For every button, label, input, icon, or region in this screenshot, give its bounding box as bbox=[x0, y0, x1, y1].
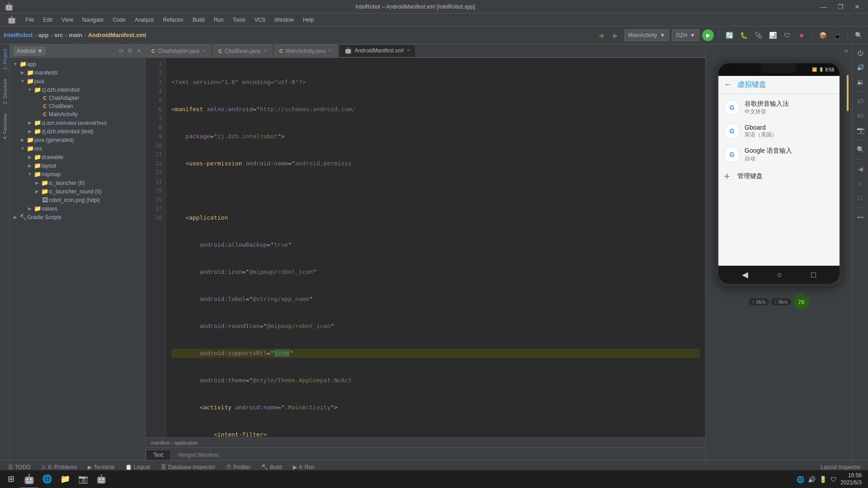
start-button[interactable]: ⊞ bbox=[2, 470, 20, 488]
project-settings-icon[interactable]: ⚙ bbox=[127, 47, 133, 54]
tab-close-androidmanifest[interactable]: ✕ bbox=[406, 48, 410, 53]
nav-home-icon[interactable]: ○ bbox=[777, 270, 782, 280]
keyboard-manage-item[interactable]: + 管理键盘 bbox=[718, 166, 840, 186]
menu-item-build[interactable]: Build bbox=[189, 16, 208, 24]
menu-item-vcs[interactable]: VCS bbox=[251, 16, 269, 24]
close-button[interactable]: ✕ bbox=[851, 3, 863, 10]
menu-item-help[interactable]: Help bbox=[299, 16, 318, 24]
tree-item-gradle[interactable]: ▶ 🔨 Gradle Scripts bbox=[10, 213, 145, 221]
tree-item-ic-launcher-round[interactable]: ▶ 📁 ic_launcher_round (6) bbox=[10, 187, 145, 196]
menu-item-view[interactable]: View bbox=[58, 16, 77, 24]
tree-item-robot-icon[interactable]: 🖼 robot_icon.png (hdpi) bbox=[10, 196, 145, 204]
breadcrumb-module[interactable]: app bbox=[38, 32, 49, 38]
tray-battery-icon[interactable]: 🔋 bbox=[819, 476, 827, 483]
tree-item-drawable[interactable]: ▶ 📁 drawable bbox=[10, 153, 145, 161]
tab-chatadapter[interactable]: C ChatAdapter.java ✕ bbox=[146, 44, 212, 57]
device-panel-close[interactable]: ✕ bbox=[844, 48, 849, 54]
tree-item-manifests[interactable]: ▶ 📁 manifests bbox=[10, 68, 145, 77]
tree-item-test[interactable]: ▶ 📁 zj.dzh.intelrobot (test) bbox=[10, 127, 145, 136]
tree-item-chatbean[interactable]: C ChatBean bbox=[10, 102, 145, 110]
tray-network-icon[interactable]: 🌐 bbox=[797, 476, 804, 483]
coverage-button[interactable]: 🛡 bbox=[781, 29, 793, 41]
menu-item-window[interactable]: Window bbox=[271, 16, 297, 24]
breadcrumb-project[interactable]: IntelRobot bbox=[4, 32, 33, 38]
device-volume-up-button[interactable]: 🔊 bbox=[854, 61, 867, 74]
maximize-button[interactable]: ❐ bbox=[834, 3, 847, 10]
breadcrumb-main[interactable]: main bbox=[69, 32, 82, 38]
breadcrumb-file[interactable]: AndroidManifest.xml bbox=[88, 32, 146, 38]
tree-item-java[interactable]: ▼ 📁 java bbox=[10, 77, 145, 85]
run-button[interactable]: ▶ bbox=[702, 29, 714, 41]
project-close-icon[interactable]: ✕ bbox=[137, 47, 142, 54]
nav-forward-button[interactable]: ▶ bbox=[610, 29, 622, 41]
keyboard-item-gboard[interactable]: G Gboard 英语（美国） bbox=[718, 119, 840, 143]
sdk-manager-button[interactable]: 📦 bbox=[817, 29, 829, 41]
menu-item-run[interactable]: Run bbox=[210, 16, 227, 24]
search-everywhere-button[interactable]: 🔍 bbox=[853, 29, 864, 41]
sidebar-tab-project[interactable]: 1: Project bbox=[0, 44, 9, 74]
code-content[interactable]: <?xml version="1.0" encoding="utf-8"?> <… bbox=[166, 58, 705, 437]
device-power-button[interactable]: ⏻ bbox=[854, 47, 867, 59]
stop-button[interactable]: ■ bbox=[796, 29, 807, 41]
device-back-hw-button[interactable]: ◀ bbox=[854, 163, 867, 175]
tab-chatbean[interactable]: C ChatBean.java ✕ bbox=[212, 44, 273, 57]
tree-item-java-generated[interactable]: ▶ 📁 java (generated) bbox=[10, 136, 145, 144]
nav-back-icon[interactable]: ◀ bbox=[742, 270, 748, 280]
nav-back-button[interactable]: ◀ bbox=[595, 29, 607, 41]
tree-item-mainactivity[interactable]: C MainActivity bbox=[10, 110, 145, 118]
tree-item-res[interactable]: ▼ 📁 res bbox=[10, 144, 145, 153]
tree-item-package[interactable]: ▼ 📁 zj.dzh.intelrobot bbox=[10, 85, 145, 94]
tree-item-layout[interactable]: ▶ 📁 layout bbox=[10, 161, 145, 170]
menu-item-edit[interactable]: Edit bbox=[39, 16, 56, 24]
tab-merged-manifest[interactable]: Merged Manifest bbox=[171, 450, 226, 460]
menu-item-navigate[interactable]: Navigate bbox=[79, 16, 107, 24]
keyboard-item-pinyin[interactable]: G 谷歌拼音输入法 中文拼音 bbox=[718, 96, 840, 119]
tree-item-ic-launcher[interactable]: ▶ 📁 ic_launcher (6) bbox=[10, 178, 145, 187]
sync-button[interactable]: 🔄 bbox=[723, 29, 735, 41]
avd-manager-button[interactable]: 📱 bbox=[831, 29, 843, 41]
tab-mainactivity[interactable]: C MainActivity.java ✕ bbox=[274, 44, 338, 57]
sidebar-tab-favorites[interactable]: 4: Favorites bbox=[0, 109, 9, 144]
taskbar-app-edge[interactable]: 🌐 bbox=[38, 470, 56, 488]
tree-item-app[interactable]: ▼ 📁 app bbox=[10, 60, 145, 68]
debug-button[interactable]: 🐛 bbox=[738, 29, 750, 41]
device-tag2-button[interactable]: 🏷 bbox=[854, 109, 867, 122]
menu-item-code[interactable]: Code bbox=[109, 16, 129, 24]
run-config-dropdown[interactable]: MainActivity ▼ bbox=[624, 29, 670, 41]
taskbar-app-camera[interactable]: 📷 bbox=[74, 470, 92, 488]
device-volume-down-button[interactable]: 🔉 bbox=[854, 75, 867, 88]
window-controls[interactable]: — ❐ ✕ bbox=[817, 3, 863, 10]
device-home-hw-button[interactable]: ○ bbox=[854, 177, 867, 190]
tree-item-values[interactable]: ▶ 📁 values bbox=[10, 204, 145, 213]
device-camera-button[interactable]: 📷 bbox=[854, 124, 867, 136]
device-square-hw-button[interactable]: □ bbox=[854, 192, 867, 204]
device-back-button[interactable]: ← bbox=[724, 80, 732, 89]
minimize-button[interactable]: — bbox=[817, 3, 830, 10]
taskbar-app-intellij[interactable]: 🤖 bbox=[20, 470, 38, 488]
tree-item-chatadapter[interactable]: C ChatAdapter bbox=[10, 94, 145, 102]
device-dropdown[interactable]: DZH ▼ bbox=[672, 29, 699, 41]
nav-recents-icon[interactable]: □ bbox=[811, 270, 816, 280]
menu-item-refactor[interactable]: Refactor bbox=[160, 16, 187, 24]
code-area[interactable]: 1 2 3 4 5 6 7 8 9 10 11 12 13 14 15 16 1… bbox=[146, 58, 705, 437]
tab-close-chatadapter[interactable]: ✕ bbox=[202, 48, 206, 53]
menu-item-analyze[interactable]: Analyze bbox=[131, 16, 158, 24]
device-tag-button[interactable]: 🏷 bbox=[854, 95, 867, 108]
project-sync-icon[interactable]: ⟳ bbox=[119, 47, 124, 54]
sidebar-tab-structure[interactable]: 2: Structure bbox=[0, 74, 9, 109]
profile-button[interactable]: 📊 bbox=[767, 29, 778, 41]
tree-item-mipmap[interactable]: ▼ 📁 mipmap bbox=[10, 170, 145, 178]
taskbar-app-explorer[interactable]: 📁 bbox=[56, 470, 74, 488]
device-more-button[interactable]: ••• bbox=[854, 211, 867, 224]
tray-security-icon[interactable]: 🛡 bbox=[830, 476, 837, 483]
project-view-dropdown[interactable]: Android ▼ bbox=[14, 47, 46, 56]
menu-item-file[interactable]: File bbox=[22, 16, 38, 24]
attach-button[interactable]: 📎 bbox=[752, 29, 764, 41]
tab-close-chatbean[interactable]: ✕ bbox=[263, 48, 267, 53]
keyboard-item-voice[interactable]: G Google 语音输入 自动 bbox=[718, 143, 840, 166]
tree-item-androidtest[interactable]: ▶ 📁 zj.dzh.intelrobot (androidTest) bbox=[10, 118, 145, 127]
tray-volume-icon[interactable]: 🔊 bbox=[808, 476, 816, 483]
layout-inspector-label[interactable]: Layout Inspector bbox=[817, 464, 864, 470]
menu-item-robot[interactable]: 🤖 bbox=[4, 14, 20, 25]
tab-close-mainactivity[interactable]: ✕ bbox=[328, 48, 332, 53]
